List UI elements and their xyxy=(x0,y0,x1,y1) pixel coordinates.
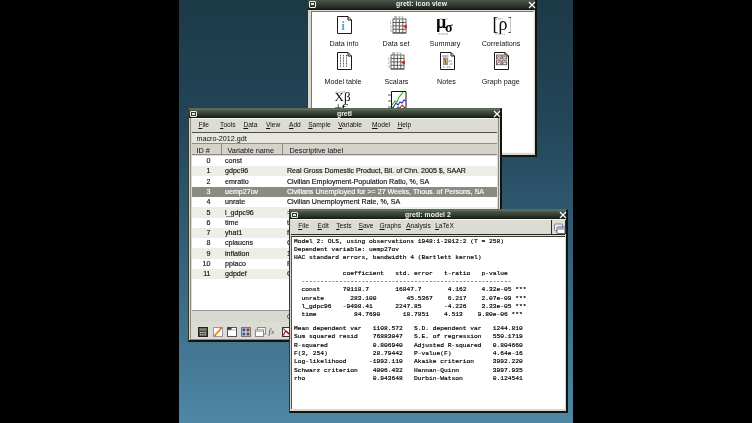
svg-text:t.o1: t.o1 xyxy=(443,66,451,70)
svg-text:[ρ]: [ρ] xyxy=(493,16,511,34)
svg-text:3: 3 xyxy=(390,29,392,33)
svg-text:σ: σ xyxy=(445,19,453,34)
svg-text:W X Y: W X Y xyxy=(394,16,404,20)
svg-text:3: 3 xyxy=(388,65,390,69)
svg-text:wqb: wqb xyxy=(442,55,448,59)
svg-text:W X Y: W X Y xyxy=(392,52,402,56)
